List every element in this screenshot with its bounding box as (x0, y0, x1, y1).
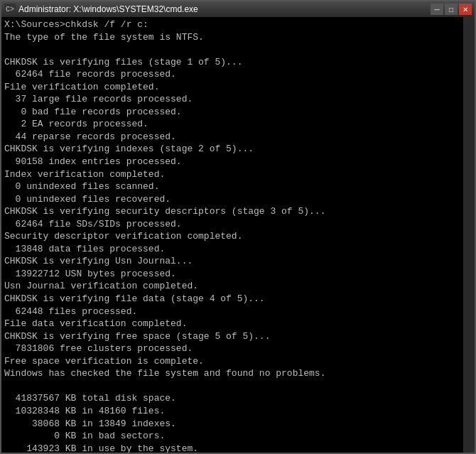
cmd-icon: C> (4, 4, 16, 15)
title-bar-left: C> Administrator: X:\windows\SYSTEM32\cm… (4, 4, 198, 15)
console-output: X:\Sources>chkdsk /f /r c: The type of t… (1, 17, 475, 453)
title-bar: C> Administrator: X:\windows\SYSTEM32\cm… (1, 1, 475, 17)
cmd-window: C> Administrator: X:\windows\SYSTEM32\cm… (0, 0, 476, 454)
console-text: X:\Sources>chkdsk /f /r c: The type of t… (4, 18, 472, 453)
scrollbar[interactable] (463, 17, 475, 453)
title-bar-buttons: ─ □ ✕ (431, 4, 472, 15)
close-button[interactable]: ✕ (459, 4, 472, 15)
maximize-button[interactable]: □ (445, 4, 458, 15)
minimize-button[interactable]: ─ (431, 4, 443, 15)
title-bar-text: Administrator: X:\windows\SYSTEM32\cmd.e… (18, 4, 198, 14)
